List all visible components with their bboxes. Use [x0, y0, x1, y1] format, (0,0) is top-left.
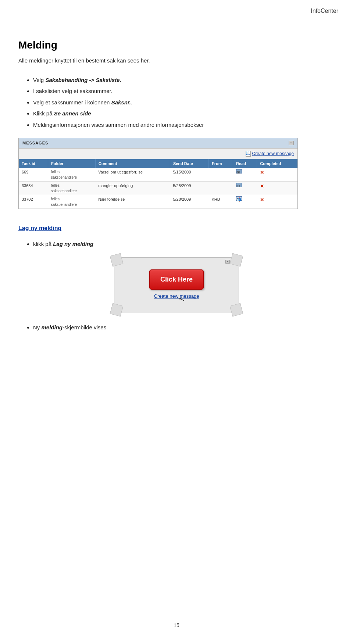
col-comment: Comment [95, 159, 170, 168]
cell-from [209, 182, 233, 195]
envelope-open-icon: 📬 [236, 196, 242, 201]
cell-completed: ✕ [257, 168, 297, 182]
result-bullets: Ny melding-skjermbilde vises [33, 323, 335, 332]
cell-from: KHB [209, 195, 233, 209]
document-icon: 📄 [246, 151, 251, 157]
bullet-3: Velg et saksnummer i kolonnen Saksnr.. [33, 99, 335, 107]
messages-header: MESSAGES − [19, 138, 297, 149]
instructions-list: Velg Saksbehandling -> Saksliste. I saks… [33, 76, 335, 129]
cell-read: ✉ [233, 168, 257, 182]
page-title: Melding [18, 37, 335, 53]
cell-send-date: 5/28/2009 [170, 195, 208, 209]
col-folder: Folder [48, 159, 96, 168]
cell-completed: ✕ [257, 182, 297, 195]
x-icon: ✕ [260, 183, 264, 189]
cell-comment: Nær foreldelse [95, 195, 170, 209]
col-read: Read [233, 159, 257, 168]
lag-ny-bullet: klikk på Lag ny melding [33, 240, 335, 248]
cell-send-date: 5/15/2009 [170, 168, 208, 182]
click-here-wrapper: − Click Here Create new message ↖ [114, 257, 239, 312]
cell-completed: ✕ [257, 195, 297, 209]
x-icon: ✕ [260, 170, 264, 175]
cell-task-id: 669 [19, 168, 48, 182]
lag-ny-instructions: klikk på Lag ny melding [33, 240, 335, 248]
table-head: Task id Folder Comment Send Date From Re… [19, 159, 297, 168]
header: InfoCenter [0, 0, 353, 15]
bullet-5: Meldingsinformasjonen vises sammen med a… [33, 121, 335, 129]
bullet-1: Velg Saksbehandling -> Saksliste. [33, 76, 335, 85]
envelope-icon: ✉ [236, 183, 242, 187]
table-row: 669 fellessaksbehandlere Varsel om utleg… [19, 168, 297, 182]
messages-screenshot: MESSAGES − 📄 Create new message Task id … [18, 138, 298, 209]
messages-table: Task id Folder Comment Send Date From Re… [19, 159, 297, 209]
cell-folder: fellessaksbehandlere [48, 182, 96, 195]
col-completed: Completed [257, 159, 297, 168]
cell-task-id: 33684 [19, 182, 48, 195]
cell-read: 📬 [233, 195, 257, 209]
main-content: Melding Alle meldinger knyttet til en be… [0, 15, 353, 361]
minimize-small: − [225, 260, 230, 264]
messages-label: MESSAGES [22, 140, 48, 146]
create-new-message-button[interactable]: 📄 Create new message [246, 150, 294, 157]
table-row: 33684 fellessaksbehandlere mangler oppfø… [19, 182, 297, 195]
cell-comment: Varsel om utleggsforr. se [95, 168, 170, 182]
cell-folder: fellessaksbehandlere [48, 195, 96, 209]
cell-send-date: 5/25/2009 [170, 182, 208, 195]
click-here-image: − Click Here Create new message ↖ [114, 257, 239, 312]
create-message-link[interactable]: Create new message [154, 293, 199, 300]
minimize-button[interactable]: − [289, 141, 294, 145]
table-header-row: Task id Folder Comment Send Date From Re… [19, 159, 297, 168]
result-bullet: Ny melding-skjermbilde vises [33, 323, 335, 332]
col-from: From [209, 159, 233, 168]
table-row: 33702 fellessaksbehandlere Nær foreldels… [19, 195, 297, 209]
bullet-4: Klikk på Se annen side [33, 110, 335, 118]
page-number: 15 [0, 622, 353, 629]
col-task-id: Task id [19, 159, 48, 168]
lag-ny-melding-link[interactable]: Lag ny melding [18, 224, 61, 233]
click-here-button[interactable]: Click Here [149, 269, 204, 290]
bullet-2: I sakslisten velg et saksnummer. [33, 87, 335, 96]
table-body: 669 fellessaksbehandlere Varsel om utleg… [19, 168, 297, 209]
messages-toolbar: 📄 Create new message [19, 149, 297, 159]
envelope-icon: ✉ [236, 169, 242, 173]
cell-folder: fellessaksbehandlere [48, 168, 96, 182]
intro-text: Alle meldinger knyttet til en bestemt sa… [18, 57, 335, 65]
x-icon: ✕ [260, 197, 264, 203]
app-title: InfoCenter [311, 8, 338, 14]
cell-read: ✉ [233, 182, 257, 195]
cell-task-id: 33702 [19, 195, 48, 209]
col-send-date: Send Date [170, 159, 208, 168]
cell-comment: mangler oppfølging [95, 182, 170, 195]
cell-from [209, 168, 233, 182]
